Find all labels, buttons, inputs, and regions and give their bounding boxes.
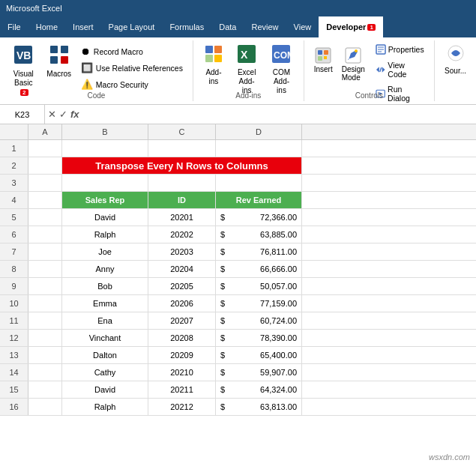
macro-security-button[interactable]: ⚠️ Macro Security [77,76,187,92]
cell-b16[interactable]: Ralph [62,399,148,415]
col-header-a[interactable]: A [28,124,62,139]
tab-data[interactable]: Data [211,16,244,37]
cell-c5[interactable]: 20201 [148,209,216,226]
cell-b8[interactable]: Anny [62,261,148,277]
formula-check-icon[interactable]: ✓ [59,109,67,120]
view-code-button[interactable]: View Code [372,58,428,81]
cell-c6[interactable]: 20202 [148,226,216,243]
cell-d10[interactable]: $77,159.00 [216,295,302,312]
cell-c9[interactable]: 20205 [148,278,216,294]
cell-b14[interactable]: Cathy [62,364,148,381]
cell-b3[interactable] [62,175,148,191]
insert-button[interactable]: Insert [310,45,337,84]
addins-button[interactable]: Add-ins [199,42,228,88]
tab-home[interactable]: Home [28,16,65,37]
use-relative-button[interactable]: 🔲 Use Relative References [77,60,187,76]
cell-b13[interactable]: Dalton [62,347,148,363]
cell-a7[interactable] [28,243,62,260]
macros-label: Macros [46,70,71,79]
row-header-8: 8 [0,261,28,277]
com-icon: COM [271,44,291,67]
cell-d12[interactable]: $78,390.00 [216,330,302,346]
source-button[interactable]: Sour... [441,42,470,78]
cell-a4[interactable] [28,192,62,208]
source-content: Sour... [441,42,470,100]
col-header-c[interactable]: C [148,124,216,139]
cell-c11[interactable]: 20207 [148,312,216,329]
cell-a14[interactable] [28,364,62,381]
cell-a16[interactable] [28,399,62,415]
svg-text:COM: COM [274,50,291,61]
cell-title[interactable]: Transpose Every N Rows to Columns [62,157,302,174]
cell-a10[interactable] [28,295,62,312]
col-header-d[interactable]: D [216,124,302,139]
tab-developer[interactable]: Developer 1 [319,16,383,37]
formula-fx-icon[interactable]: fx [70,109,79,120]
cell-b9[interactable]: Bob [62,278,148,294]
cell-d8[interactable]: $66,666.00 [216,261,302,277]
cell-c1[interactable] [148,140,216,157]
tab-formulas[interactable]: Formulas [162,16,211,37]
tab-view[interactable]: View [286,16,319,37]
record-macro-button[interactable]: ⏺ Record Macro [77,43,187,59]
cell-c10[interactable]: 20206 [148,295,216,312]
cell-b5[interactable]: David [62,209,148,226]
cell-b10[interactable]: Emma [62,295,148,312]
formula-cross-icon[interactable]: ✕ [48,109,56,120]
cell-c15[interactable]: 20211 [148,381,216,398]
cell-c7[interactable]: 20203 [148,243,216,260]
cell-b12[interactable]: Vinchant [62,330,148,346]
cell-a6[interactable] [28,226,62,243]
com-addins-button[interactable]: COM COMAdd-ins [265,42,297,97]
macros-button[interactable]: Macros [44,42,74,81]
macro-security-label: Macro Security [96,80,148,89]
cell-a8[interactable] [28,261,62,277]
tab-review[interactable]: Review [244,16,286,37]
cell-a15[interactable] [28,381,62,398]
cell-a5[interactable] [28,209,62,226]
cell-d11[interactable]: $60,724.00 [216,312,302,329]
col-header-b[interactable]: B [62,124,148,139]
cell-d6[interactable]: $63,885.00 [216,226,302,243]
cell-d14[interactable]: $59,907.00 [216,364,302,381]
cell-c16[interactable]: 20212 [148,399,216,415]
cell-a3[interactable] [28,175,62,191]
cell-c14[interactable]: 20210 [148,364,216,381]
cell-a12[interactable] [28,330,62,346]
cell-d16[interactable]: $63,813.00 [216,399,302,415]
cell-b15[interactable]: David [62,381,148,398]
cell-c3[interactable] [148,175,216,191]
table-row: 3 [0,175,476,192]
title-bar-text: Microsoft Excel [6,4,62,13]
cell-c8[interactable]: 20204 [148,261,216,277]
visual-basic-button[interactable]: VB VisualBasic 2 [6,42,41,99]
cell-a9[interactable] [28,278,62,294]
tab-insert[interactable]: Insert [65,16,101,37]
cell-d15[interactable]: $64,324.00 [216,381,302,398]
cell-b6[interactable]: Ralph [62,226,148,243]
cell-d4-header[interactable]: Rev Earned [216,192,302,208]
cell-c13[interactable]: 20209 [148,347,216,363]
properties-button[interactable]: Properties [372,42,428,57]
cell-b4-header[interactable]: Sales Rep [62,192,148,208]
cell-c12[interactable]: 20208 [148,330,216,346]
tab-file[interactable]: File [0,16,28,37]
design-mode-button[interactable]: DesignMode [338,45,369,84]
row-header-1: 1 [0,140,28,157]
cell-b1[interactable] [62,140,148,157]
cell-d5[interactable]: $72,366.00 [216,209,302,226]
cell-d9[interactable]: $50,057.00 [216,278,302,294]
tab-page-layout[interactable]: Page Layout [101,16,163,37]
cell-a13[interactable] [28,347,62,363]
cell-b11[interactable]: Ena [62,312,148,329]
cell-d3[interactable] [216,175,302,191]
cell-c4-header[interactable]: ID [148,192,216,208]
cell-d1[interactable] [216,140,302,157]
cell-a2[interactable] [28,157,62,174]
cell-a1[interactable] [28,140,62,157]
cell-b7[interactable]: Joe [62,243,148,260]
cell-a11[interactable] [28,312,62,329]
cell-d13[interactable]: $65,400.00 [216,347,302,363]
excel-addins-button[interactable]: X ExcelAdd-ins [231,42,262,97]
cell-d7[interactable]: $76,811.00 [216,243,302,260]
